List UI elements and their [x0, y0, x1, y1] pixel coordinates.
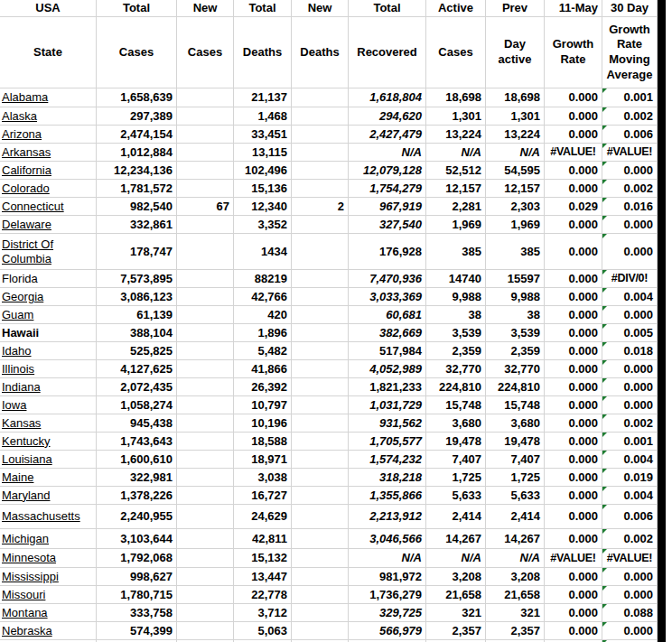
growth-avg-cell[interactable]: 0.002: [602, 529, 658, 549]
new-deaths-cell[interactable]: [292, 505, 349, 529]
header-prev-day-active[interactable]: Day active: [486, 17, 545, 88]
growth-avg-cell[interactable]: 0.000: [602, 568, 658, 586]
growth-rate-cell[interactable]: 0.000: [545, 180, 602, 198]
active-cases-cell[interactable]: 14,267: [426, 529, 486, 549]
new-deaths-cell[interactable]: [292, 568, 349, 586]
new-deaths-cell[interactable]: [292, 342, 349, 360]
prev-day-active-cell[interactable]: 385: [486, 234, 545, 270]
active-cases-cell[interactable]: 15,748: [426, 396, 486, 414]
recovered-cell[interactable]: 318,218: [349, 469, 426, 487]
new-deaths-cell[interactable]: [292, 144, 349, 162]
new-deaths-cell[interactable]: [292, 604, 349, 622]
recovered-cell[interactable]: 2,427,479: [349, 126, 426, 144]
growth-avg-cell[interactable]: 0.088: [602, 604, 658, 622]
header-prev-top[interactable]: Prev: [486, 0, 545, 17]
growth-avg-cell[interactable]: 0.002: [602, 107, 658, 126]
cases-cell[interactable]: 1,658,639: [97, 88, 177, 107]
growth-rate-cell[interactable]: 0.029: [545, 198, 602, 216]
new-deaths-cell[interactable]: [292, 378, 349, 396]
growth-avg-cell[interactable]: #DIV/0!: [602, 270, 658, 288]
deaths-cell[interactable]: 1434: [234, 234, 292, 270]
new-deaths-cell[interactable]: [292, 270, 349, 288]
new-deaths-cell[interactable]: [292, 360, 349, 378]
deaths-cell[interactable]: 41,866: [234, 360, 292, 378]
cases-cell[interactable]: 574,399: [97, 622, 177, 640]
state-cell[interactable]: Illinois: [0, 360, 97, 378]
growth-avg-cell[interactable]: 0.000: [602, 622, 658, 640]
deaths-cell[interactable]: 1,468: [234, 107, 292, 126]
growth-rate-cell[interactable]: 0.000: [545, 234, 602, 270]
active-cases-cell[interactable]: 12,157: [426, 180, 486, 198]
new-cases-cell[interactable]: 67: [177, 198, 234, 216]
growth-avg-cell[interactable]: 0.002: [602, 180, 658, 198]
deaths-cell[interactable]: 15,132: [234, 549, 292, 568]
recovered-cell[interactable]: 294,620: [349, 107, 426, 126]
growth-avg-cell[interactable]: #VALUE!: [602, 144, 658, 162]
deaths-cell[interactable]: 88219: [234, 270, 292, 288]
recovered-cell[interactable]: N/A: [349, 549, 426, 568]
new-cases-cell[interactable]: [177, 433, 234, 451]
active-cases-cell[interactable]: 5,633: [426, 487, 486, 505]
deaths-cell[interactable]: 26,392: [234, 378, 292, 396]
cases-cell[interactable]: 1,780,715: [97, 586, 177, 604]
growth-avg-cell[interactable]: 0.005: [602, 324, 658, 342]
prev-day-active-cell[interactable]: 321: [486, 604, 545, 622]
new-deaths-cell[interactable]: [292, 586, 349, 604]
header-usa[interactable]: USA: [0, 0, 97, 17]
deaths-cell[interactable]: 3,352: [234, 216, 292, 234]
growth-avg-cell[interactable]: 0.006: [602, 505, 658, 529]
cases-cell[interactable]: 61,139: [97, 306, 177, 324]
growth-rate-cell[interactable]: 0.000: [545, 360, 602, 378]
state-cell[interactable]: Delaware: [0, 216, 97, 234]
cases-cell[interactable]: 333,758: [97, 604, 177, 622]
recovered-cell[interactable]: 3,033,369: [349, 288, 426, 306]
growth-rate-cell[interactable]: 0.000: [545, 622, 602, 640]
recovered-cell[interactable]: 382,669: [349, 324, 426, 342]
state-cell[interactable]: Missouri: [0, 586, 97, 604]
new-cases-cell[interactable]: [177, 604, 234, 622]
cases-cell[interactable]: 945,438: [97, 414, 177, 433]
new-cases-cell[interactable]: [177, 88, 234, 107]
growth-rate-cell[interactable]: 0.000: [545, 126, 602, 144]
active-cases-cell[interactable]: N/A: [426, 144, 486, 162]
growth-rate-cell[interactable]: 0.000: [545, 433, 602, 451]
deaths-cell[interactable]: 13,447: [234, 568, 292, 586]
growth-avg-cell[interactable]: 0.000: [602, 378, 658, 396]
prev-day-active-cell[interactable]: 1,969: [486, 216, 545, 234]
prev-day-active-cell[interactable]: 1,725: [486, 469, 545, 487]
growth-rate-cell[interactable]: 0.000: [545, 604, 602, 622]
growth-rate-cell[interactable]: 0.000: [545, 451, 602, 469]
recovered-cell[interactable]: 566,979: [349, 622, 426, 640]
prev-day-active-cell[interactable]: 54,595: [486, 162, 545, 180]
active-cases-cell[interactable]: 1,725: [426, 469, 486, 487]
cases-cell[interactable]: 1,781,572: [97, 180, 177, 198]
header-new-deaths[interactable]: Deaths: [292, 17, 349, 88]
new-cases-cell[interactable]: [177, 126, 234, 144]
new-cases-cell[interactable]: [177, 180, 234, 198]
deaths-cell[interactable]: 42,766: [234, 288, 292, 306]
deaths-cell[interactable]: 18,971: [234, 451, 292, 469]
cases-cell[interactable]: 2,240,955: [97, 505, 177, 529]
deaths-cell[interactable]: 420: [234, 306, 292, 324]
recovered-cell[interactable]: 1,736,279: [349, 586, 426, 604]
recovered-cell[interactable]: 60,681: [349, 306, 426, 324]
new-deaths-cell[interactable]: [292, 529, 349, 549]
prev-day-active-cell[interactable]: 21,658: [486, 586, 545, 604]
active-cases-cell[interactable]: 7,407: [426, 451, 486, 469]
new-cases-cell[interactable]: [177, 234, 234, 270]
deaths-cell[interactable]: 1,896: [234, 324, 292, 342]
prev-day-active-cell[interactable]: 5,633: [486, 487, 545, 505]
state-cell[interactable]: District Of Columbia: [0, 234, 97, 270]
prev-day-active-cell[interactable]: 18,698: [486, 88, 545, 107]
deaths-cell[interactable]: 16,727: [234, 487, 292, 505]
new-cases-cell[interactable]: [177, 451, 234, 469]
header-total-recovered-top[interactable]: Total: [349, 0, 426, 17]
growth-rate-cell[interactable]: 0.000: [545, 342, 602, 360]
prev-day-active-cell[interactable]: 38: [486, 306, 545, 324]
recovered-cell[interactable]: 981,972: [349, 568, 426, 586]
recovered-cell[interactable]: 12,079,128: [349, 162, 426, 180]
cases-cell[interactable]: 1,012,884: [97, 144, 177, 162]
new-deaths-cell[interactable]: [292, 88, 349, 107]
cases-cell[interactable]: 388,104: [97, 324, 177, 342]
active-cases-cell[interactable]: 13,224: [426, 126, 486, 144]
